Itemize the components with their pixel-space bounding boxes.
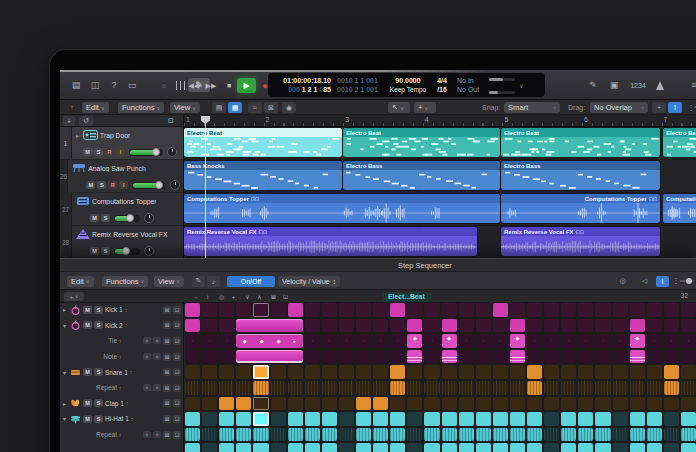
- step-cell[interactable]: [339, 365, 354, 379]
- edit-icon[interactable]: ✎: [585, 78, 601, 92]
- row-option-icon[interactable]: ⊡: [173, 415, 181, 423]
- row-option-icon[interactable]: ⊡: [173, 399, 181, 407]
- row-disclosure-icon[interactable]: ▸: [63, 306, 68, 313]
- step-cell[interactable]: [305, 303, 320, 317]
- step-cell[interactable]: [544, 319, 559, 333]
- step-cell[interactable]: [544, 397, 559, 411]
- step-cell[interactable]: [288, 397, 303, 411]
- step-cell[interactable]: [373, 365, 388, 379]
- preview-speaker-icon[interactable]: ◁: [638, 276, 651, 287]
- row-option-icon[interactable]: ⊡: [173, 353, 181, 361]
- step-cell[interactable]: [527, 350, 542, 364]
- row-option-icon[interactable]: ⊡: [173, 368, 181, 376]
- track-header[interactable]: 26Analog Saw PunchMSRI: [60, 160, 183, 193]
- step-cell[interactable]: [613, 428, 628, 442]
- step-cell[interactable]: [390, 334, 405, 348]
- arrange-lane[interactable]: Remix Reverse Vocal FX⊡⊡Remix Reverse Vo…: [184, 226, 696, 259]
- step-cell[interactable]: [219, 350, 234, 364]
- display-mode-icon[interactable]: ▣: [606, 78, 622, 92]
- region-dense[interactable]: Remix Reverse Vocal FX⊡⊡: [184, 227, 477, 256]
- library-icon[interactable]: ▤: [68, 78, 84, 92]
- step-cell[interactable]: [185, 381, 200, 395]
- step-cell[interactable]: [561, 397, 576, 411]
- row-option-icon[interactable]: ⊡: [173, 321, 181, 329]
- track-name[interactable]: Remix Reverse Vocal FX: [92, 231, 168, 238]
- step-cell[interactable]: [664, 443, 679, 452]
- step-cell[interactable]: [424, 443, 439, 452]
- step-cell[interactable]: [493, 350, 508, 364]
- step-cell[interactable]: [510, 365, 525, 379]
- step-cell[interactable]: [544, 381, 559, 395]
- panel-option-icon[interactable]: ⊡: [164, 116, 178, 126]
- step-cell[interactable]: [236, 428, 251, 442]
- row-disclosure-icon[interactable]: ▾: [63, 322, 68, 329]
- step-cell[interactable]: [373, 397, 388, 411]
- snap-dropdown[interactable]: Smart↕: [504, 102, 560, 113]
- step-cell[interactable]: [305, 319, 320, 333]
- step-bar[interactable]: ◆◆◆▸: [236, 334, 302, 348]
- step-cell[interactable]: [356, 381, 371, 395]
- step-cell[interactable]: [253, 381, 268, 395]
- row-mute-button[interactable]: M: [83, 321, 92, 329]
- step-cell[interactable]: [185, 334, 200, 348]
- pan-knob[interactable]: [170, 180, 180, 190]
- step-cell[interactable]: [424, 350, 439, 364]
- step-cell[interactable]: [339, 397, 354, 411]
- step-cell[interactable]: [664, 397, 679, 411]
- step-cell[interactable]: [185, 443, 200, 452]
- step-cell[interactable]: [664, 319, 679, 333]
- step-cell[interactable]: [185, 365, 200, 379]
- step-cell[interactable]: [510, 334, 525, 348]
- arrange-lane[interactable]: Computations Topper⊡⊡Computations Topper…: [184, 193, 696, 226]
- step-cell[interactable]: [339, 428, 354, 442]
- disclosure-icon[interactable]: ▸: [76, 132, 81, 139]
- subrow-selector-icon[interactable]: ↕: [119, 385, 122, 391]
- step-cell[interactable]: [373, 443, 388, 452]
- step-cell[interactable]: [647, 443, 662, 452]
- step-cell[interactable]: [647, 365, 662, 379]
- region-audio[interactable]: Computations T: [663, 194, 696, 223]
- step-cell[interactable]: [561, 365, 576, 379]
- step-cell[interactable]: [407, 365, 422, 379]
- step-cell[interactable]: [681, 303, 696, 317]
- step-cell[interactable]: [681, 397, 696, 411]
- step-cell[interactable]: [595, 350, 610, 364]
- step-cell[interactable]: [219, 319, 234, 333]
- step-cell[interactable]: [595, 428, 610, 442]
- step-cell[interactable]: [424, 397, 439, 411]
- step-cell[interactable]: [510, 381, 525, 395]
- step-cell[interactable]: [595, 381, 610, 395]
- arrange-lane[interactable]: Electro BeatElectro BeatElectro BeatElec…: [184, 127, 696, 160]
- step-cell[interactable]: [442, 412, 457, 426]
- step-cell[interactable]: [219, 334, 234, 348]
- step-cell[interactable]: [544, 334, 559, 348]
- fill-row-icon[interactable]: ⊡: [280, 292, 291, 301]
- step-cell[interactable]: [288, 412, 303, 426]
- step-cell[interactable]: [664, 412, 679, 426]
- row-clear-icon[interactable]: ⊠: [163, 368, 171, 376]
- decrement-button[interactable]: ∨: [143, 384, 151, 391]
- step-cell[interactable]: [476, 319, 491, 333]
- step-cell[interactable]: [202, 365, 217, 379]
- step-cell[interactable]: [271, 365, 286, 379]
- step-cell[interactable]: [373, 303, 388, 317]
- step-cell[interactable]: [390, 428, 405, 442]
- mute-button[interactable]: M: [90, 247, 99, 255]
- forward-button[interactable]: ▶▶: [203, 78, 219, 93]
- step-cell[interactable]: [493, 443, 508, 452]
- step-cell[interactable]: [442, 350, 457, 364]
- pointer-tool-menu[interactable]: ↖∨: [388, 102, 410, 113]
- step-cell[interactable]: [288, 428, 303, 442]
- pan-knob[interactable]: [144, 213, 154, 223]
- step-cell[interactable]: [271, 397, 286, 411]
- step-cell[interactable]: [288, 381, 303, 395]
- step-cell[interactable]: [630, 303, 645, 317]
- step-cell[interactable]: [493, 381, 508, 395]
- step-cell[interactable]: [459, 443, 474, 452]
- region-midi[interactable]: Electro Beat: [501, 128, 660, 157]
- step-cell[interactable]: [271, 303, 286, 317]
- step-cell[interactable]: [202, 428, 217, 442]
- info-tool-icon[interactable]: I: [656, 276, 669, 287]
- step-cell[interactable]: [493, 397, 508, 411]
- region-bass[interactable]: Electro Bass: [501, 161, 660, 190]
